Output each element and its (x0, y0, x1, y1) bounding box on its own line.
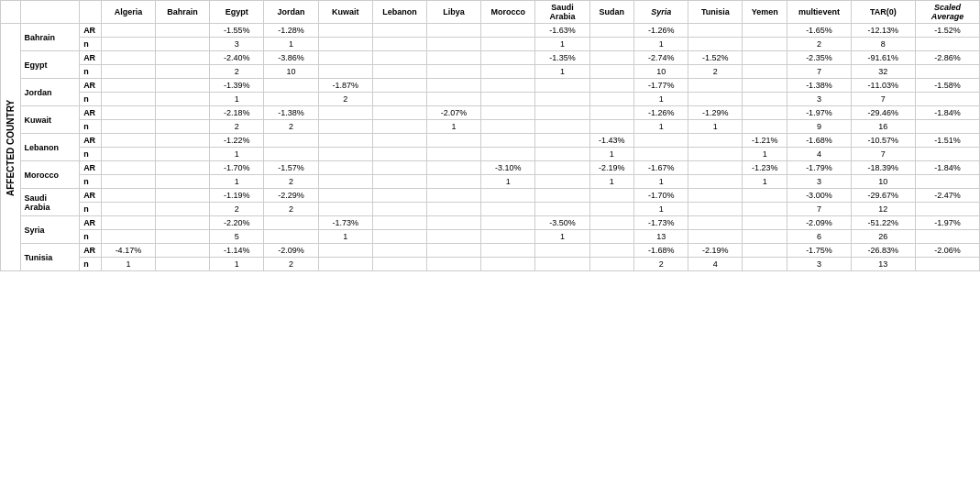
cell-morocco (481, 79, 535, 93)
cell-morocco (481, 189, 535, 203)
cell-lebanon (372, 93, 426, 106)
scaled-average-header: ScaledAverage (915, 1, 979, 24)
cell-saudi_arabia: 1 (535, 38, 589, 51)
country-name: Lebanon (20, 134, 80, 161)
cell-saudi_arabia (535, 106, 589, 120)
cell-syria (634, 134, 688, 148)
cell-tar0: 12 (851, 203, 915, 216)
cell-egypt: 5 (210, 230, 264, 244)
cell-scaled_average: -1.52% (915, 24, 979, 38)
cell-scaled_average: -1.97% (915, 216, 979, 230)
cell-yemen (743, 189, 787, 203)
cell-saudi_arabia (535, 258, 589, 271)
cell-egypt: -1.19% (210, 189, 264, 203)
cell-algeria (101, 51, 155, 65)
cell-lebanon (372, 216, 426, 230)
cell-algeria (101, 120, 155, 134)
cell-egypt: 1 (210, 148, 264, 161)
country-name: Egypt (20, 51, 80, 79)
cell-lebanon (372, 175, 426, 189)
cell-sudan (589, 230, 633, 244)
cell-tar0: 26 (851, 230, 915, 244)
jordan-header: Jordan (264, 1, 318, 24)
row-type: n (80, 203, 102, 216)
cell-tar0: -29.67% (851, 189, 915, 203)
row-type: n (80, 148, 102, 161)
cell-lebanon (372, 258, 426, 271)
cell-tunisia (688, 216, 743, 230)
cell-bahrain (156, 51, 210, 65)
cell-tar0: -26.83% (851, 244, 915, 258)
row-type: n (80, 258, 102, 271)
cell-egypt: -2.20% (210, 216, 264, 230)
cell-scaled_average: -1.84% (915, 106, 979, 120)
cell-sudan (589, 51, 633, 65)
cell-syria (634, 148, 688, 161)
cell-sudan (589, 258, 633, 271)
cell-saudi_arabia (535, 79, 589, 93)
cell-tunisia: -1.52% (688, 51, 743, 65)
row-type: n (80, 230, 102, 244)
cell-jordan: -1.38% (264, 106, 318, 120)
cell-syria: 10 (634, 65, 688, 79)
cell-tar0: -12.13% (851, 24, 915, 38)
cell-yemen (743, 38, 787, 51)
cell-bahrain (156, 244, 210, 258)
cell-syria: 1 (634, 93, 688, 106)
cell-morocco (481, 93, 535, 106)
cell-morocco (481, 230, 535, 244)
cell-scaled_average (915, 203, 979, 216)
cell-egypt: 1 (210, 93, 264, 106)
egypt-header: Egypt (210, 1, 264, 24)
country-name: Morocco (20, 161, 80, 189)
row-type: AR (80, 189, 102, 203)
cell-syria: 1 (634, 203, 688, 216)
cell-egypt: 2 (210, 65, 264, 79)
cell-multievent: -1.38% (787, 79, 851, 93)
cell-egypt: -2.40% (210, 51, 264, 65)
cell-saudi_arabia (535, 120, 589, 134)
cell-egypt: -1.39% (210, 79, 264, 93)
row-type: AR (80, 106, 102, 120)
country-name: Jordan (20, 79, 80, 106)
cell-scaled_average (915, 38, 979, 51)
row-type: n (80, 93, 102, 106)
cell-kuwait: 1 (318, 230, 372, 244)
cell-yemen: 1 (743, 175, 787, 189)
cell-tar0: -29.46% (851, 106, 915, 120)
cell-libya (427, 134, 481, 148)
cell-lebanon (372, 134, 426, 148)
cell-libya (427, 189, 481, 203)
cell-sudan (589, 203, 633, 216)
cell-saudi_arabia (535, 203, 589, 216)
row-type: n (80, 175, 102, 189)
cell-yemen (743, 216, 787, 230)
cell-kuwait: 2 (318, 93, 372, 106)
cell-kuwait (318, 189, 372, 203)
cell-bahrain (156, 216, 210, 230)
cell-bahrain (156, 65, 210, 79)
cell-multievent: 3 (787, 175, 851, 189)
cell-syria: 1 (634, 38, 688, 51)
cell-algeria (101, 65, 155, 79)
cell-tunisia (688, 203, 743, 216)
kuwait-header: Kuwait (318, 1, 372, 24)
cell-scaled_average (915, 230, 979, 244)
cell-bahrain (156, 258, 210, 271)
cell-kuwait (318, 106, 372, 120)
cell-multievent: -1.75% (787, 244, 851, 258)
cell-scaled_average (915, 93, 979, 106)
cell-yemen (743, 79, 787, 93)
cell-multievent: -1.79% (787, 161, 851, 175)
cell-algeria (101, 79, 155, 93)
cell-libya (427, 230, 481, 244)
cell-bahrain (156, 24, 210, 38)
type-col-header (80, 1, 102, 24)
row-type: AR (80, 24, 102, 38)
country-name: Kuwait (20, 106, 80, 134)
cell-egypt: 2 (210, 120, 264, 134)
cell-jordan: 2 (264, 203, 318, 216)
cell-morocco (481, 244, 535, 258)
cell-tunisia (688, 38, 743, 51)
country-name: Tunisia (20, 244, 80, 271)
